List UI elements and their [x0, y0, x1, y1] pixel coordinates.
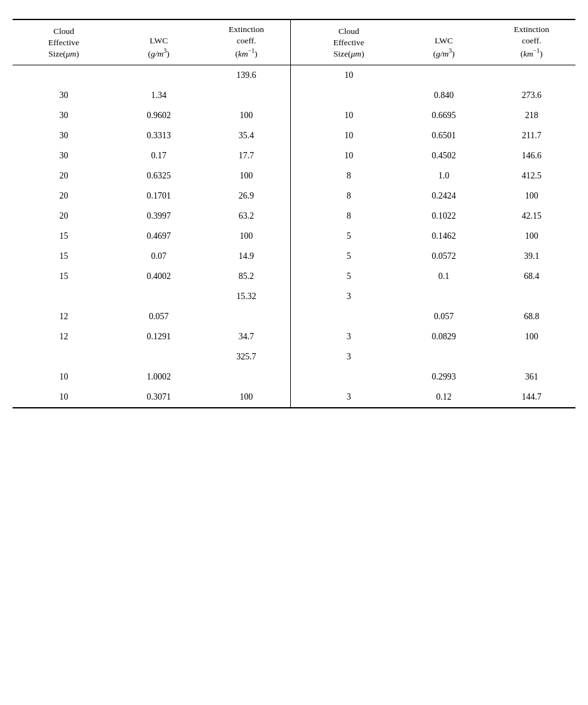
table-cell: 12: [13, 307, 115, 327]
header-lwc-right: LWC(g/m3): [400, 19, 488, 65]
table-cell: 0.1462: [400, 226, 488, 246]
table-cell: 0.2424: [400, 186, 488, 206]
table-cell: 100: [203, 387, 291, 408]
table-cell: 15: [13, 266, 115, 287]
table-cell: [115, 347, 203, 367]
table-cell: 0.6695: [400, 106, 488, 126]
table-row: 300.331335.4100.6501211.7: [13, 126, 575, 146]
table-cell: [290, 266, 298, 287]
table-row: 100.307110030.12144.7: [13, 387, 575, 408]
table-row: 301.340.840273.6: [13, 85, 575, 106]
table-cell: 17.7: [203, 146, 291, 166]
table-cell: 5: [298, 246, 400, 266]
table-cell: [400, 347, 488, 367]
table-cell: 0.3313: [115, 126, 203, 146]
table-row: 200.632510081.0412.5: [13, 166, 575, 186]
table-cell: 218: [487, 106, 575, 126]
table-cell: 0.6325: [115, 166, 203, 186]
table-cell: 0.057: [115, 307, 203, 327]
table-cell: 0.2993: [400, 367, 488, 387]
table-cell: 1.34: [115, 85, 203, 106]
table-cell: [298, 85, 400, 106]
table-cell: 0.1: [400, 266, 488, 287]
table-cell: 100: [203, 226, 291, 246]
table-cell: [290, 307, 298, 327]
table-cell: 10: [298, 126, 400, 146]
data-table: CloudEffectiveSize(μm) LWC(g/m3) Extinct…: [13, 19, 575, 408]
table-cell: 30: [13, 106, 115, 126]
table-cell: 30: [13, 146, 115, 166]
table-cell: 100: [487, 186, 575, 206]
table-row: 150.0714.950.057239.1: [13, 246, 575, 266]
table-cell: 20: [13, 166, 115, 186]
table-cell: [290, 186, 298, 206]
table-cell: 1.0002: [115, 367, 203, 387]
table-cell: 211.7: [487, 126, 575, 146]
table-cell: 39.1: [487, 246, 575, 266]
table-cell: 15: [13, 226, 115, 246]
table-cell: 273.6: [487, 85, 575, 106]
table-cell: [203, 307, 291, 327]
table-row: 150.400285.250.168.4: [13, 266, 575, 287]
table-cell: 20: [13, 206, 115, 226]
header-ext-right: Extinctioncoeff.(km−1): [487, 19, 575, 65]
table-cell: [290, 126, 298, 146]
table-row: 101.00020.2993361: [13, 367, 575, 387]
table-row: 120.0570.05768.8: [13, 307, 575, 327]
table-cell: [290, 226, 298, 246]
table-cell: 0.1291: [115, 327, 203, 347]
table-row: 300.1717.7100.4502146.6: [13, 146, 575, 166]
table-cell: [290, 287, 298, 307]
table-cell: 3: [298, 327, 400, 347]
table-cell: [13, 65, 115, 86]
table-cell: 8: [298, 206, 400, 226]
table-cell: 0.6501: [400, 126, 488, 146]
header-ces-right: CloudEffectiveSize(μm): [298, 19, 400, 65]
table-cell: [290, 347, 298, 367]
table-cell: 0.0572: [400, 246, 488, 266]
table-cell: 26.9: [203, 186, 291, 206]
table-cell: 68.4: [487, 266, 575, 287]
table-cell: 100: [203, 106, 291, 126]
table-cell: [487, 287, 575, 307]
table-cell: 412.5: [487, 166, 575, 186]
table-cell: 68.8: [487, 307, 575, 327]
table-cell: 15: [13, 246, 115, 266]
table-cell: 10: [298, 65, 400, 86]
table-cell: 0.07: [115, 246, 203, 266]
table-cell: 10: [13, 387, 115, 408]
table-cell: 3: [298, 347, 400, 367]
table-wrapper: CloudEffectiveSize(μm) LWC(g/m3) Extinct…: [13, 19, 575, 408]
table-cell: 3: [298, 387, 400, 408]
table-cell: [290, 65, 298, 86]
table-cell: 3: [298, 287, 400, 307]
table-cell: [290, 106, 298, 126]
table-cell: 0.4002: [115, 266, 203, 287]
table-cell: 0.4697: [115, 226, 203, 246]
table-cell: [115, 65, 203, 86]
table-cell: [487, 347, 575, 367]
table-row: 15.323: [13, 287, 575, 307]
table-cell: 34.7: [203, 327, 291, 347]
table-row: 325.73: [13, 347, 575, 367]
table-cell: 85.2: [203, 266, 291, 287]
table-cell: 10: [13, 367, 115, 387]
table-cell: 0.3997: [115, 206, 203, 226]
table-cell: 10: [298, 106, 400, 126]
table-cell: [290, 387, 298, 408]
table-cell: [400, 287, 488, 307]
table-cell: 14.9: [203, 246, 291, 266]
table-cell: 8: [298, 166, 400, 186]
table-cell: 325.7: [203, 347, 291, 367]
table-row: 139.610: [13, 65, 575, 86]
table-cell: [203, 367, 291, 387]
table-cell: 0.1022: [400, 206, 488, 226]
header-ext-left: Extinctioncoeff.(km−1): [203, 19, 291, 65]
table-cell: [290, 367, 298, 387]
table-row: 200.170126.980.2424100: [13, 186, 575, 206]
table-cell: 0.12: [400, 387, 488, 408]
table-cell: [13, 287, 115, 307]
table-cell: 0.4502: [400, 146, 488, 166]
table-cell: 361: [487, 367, 575, 387]
table-cell: 8: [298, 186, 400, 206]
